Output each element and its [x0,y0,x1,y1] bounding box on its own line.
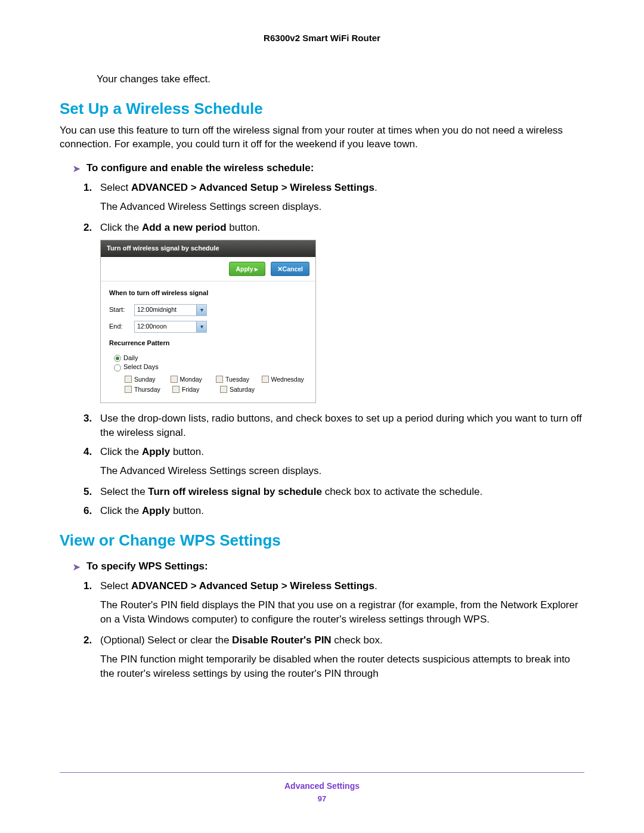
dialog-button-row: Apply ▸ ✕Cancel [101,257,315,282]
wps-step-2: 2. (Optional) Select or clear the Disabl… [83,633,584,680]
start-value: 12:00midnight [135,305,196,315]
step-2: 2. Click the Add a new period button. Tu… [83,221,584,403]
step-3-text: Use the drop-down lists, radio buttons, … [100,413,582,438]
step-6-text: Click the Apply button. [100,505,204,516]
step-6: 6. Click the Apply button. [83,504,584,518]
step-4: 4. Click the Apply button. The Advanced … [83,445,584,478]
arrow-icon: ➤ [73,162,80,175]
wps-step-2-text: (Optional) Select or clear the Disable R… [100,634,383,646]
cancel-button[interactable]: ✕Cancel [271,262,309,277]
apply-button[interactable]: Apply ▸ [229,262,265,277]
wps-step-1-text: Select ADVANCED > Advanced Setup > Wirel… [100,580,377,592]
end-value: 12:00noon [135,321,196,332]
step-1: 1. Select ADVANCED > Advanced Setup > Wi… [83,181,584,214]
end-dropdown[interactable]: 12:00noon ▾ [134,321,207,333]
footer-page-number: 97 [60,794,584,803]
arrow-icon: ➤ [73,561,80,573]
heading-wps-settings: View or Change WPS Settings [60,531,584,550]
heading-wireless-schedule: Set Up a Wireless Schedule [60,100,584,118]
recurrence-label: Recurrence Pattern [109,339,307,348]
when-label: When to turn off wireless signal [109,289,307,298]
step-4-result: The Advanced Wireless Settings screen di… [100,464,584,478]
wps-step-2-result: The PIN function might temporarily be di… [100,652,584,681]
step-5-text: Select the Turn off wireless signal by s… [100,486,482,497]
schedule-dialog: Turn off wireless signal by schedule App… [100,240,316,403]
footer-section: Advanced Settings [60,781,584,791]
radio-select-days[interactable] [114,364,121,371]
step-4-text: Click the Apply button. [100,446,204,457]
step-5: 5. Select the Turn off wireless signal b… [83,485,584,499]
start-dropdown[interactable]: 12:00midnight ▾ [134,304,207,316]
step-1-text: Select ADVANCED > Advanced Setup > Wirel… [100,182,377,193]
page-footer: Advanced Settings 97 [60,772,584,803]
wps-step-1-result: The Router's PIN field displays the PIN … [100,598,584,627]
chevron-down-icon: ▾ [196,305,206,315]
task-label: To configure and enable the wireless sch… [86,162,314,174]
radio-select-days-row[interactable]: Select Days [114,363,307,371]
page-header: R6300v2 Smart WiFi Router [60,33,584,43]
task-label: To specify WPS Settings: [86,561,208,572]
radio-daily-row[interactable]: Daily [114,354,307,363]
step-1-result: The Advanced Wireless Settings screen di… [100,200,584,214]
chk-monday[interactable]: Monday [171,374,216,385]
end-label: End: [109,322,134,331]
chk-tuesday[interactable]: Tuesday [216,374,262,385]
chk-saturday[interactable]: Saturday [220,385,268,395]
day-grid: Sunday Monday Tuesday Wednesday Thursday… [125,374,307,394]
chk-thursday[interactable]: Thursday [125,385,172,395]
wps-step-1: 1. Select ADVANCED > Advanced Setup > Wi… [83,579,584,626]
radio-daily[interactable] [114,355,121,362]
intro-text: Your changes take effect. [97,73,584,86]
chevron-down-icon: ▾ [196,321,206,332]
start-label: Start: [109,305,134,314]
task-configure-schedule: ➤ To configure and enable the wireless s… [73,162,584,175]
chk-sunday[interactable]: Sunday [125,374,171,385]
section1-paragraph: You can use this feature to turn off the… [60,124,584,151]
task-specify-wps: ➤ To specify WPS Settings: [73,561,584,573]
step-2-text: Click the Add a new period button. [100,222,260,233]
step-3: 3. Use the drop-down lists, radio button… [83,411,584,440]
chk-friday[interactable]: Friday [172,385,220,395]
dialog-title: Turn off wireless signal by schedule [101,240,315,256]
chk-wednesday[interactable]: Wednesday [262,374,308,385]
